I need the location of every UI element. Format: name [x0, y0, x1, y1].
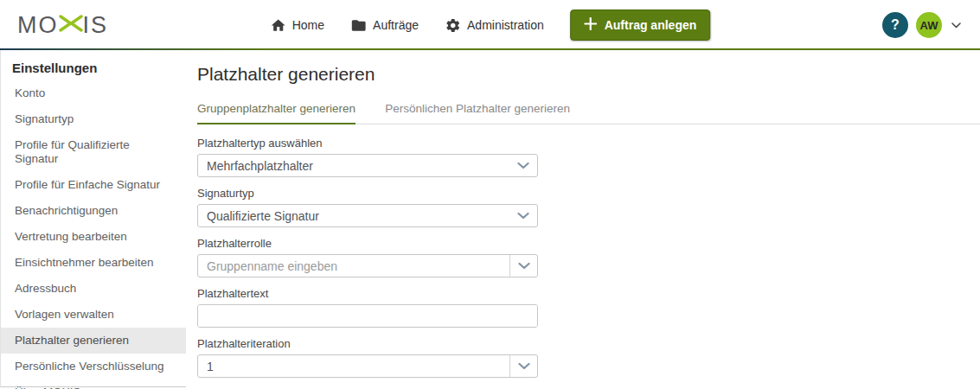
- platzhaltertyp-value: Mehrfachplatzhalter: [198, 159, 509, 173]
- folder-icon: [350, 17, 367, 34]
- settings-sidebar: Einstellungen Konto Signaturtyp Profile …: [0, 50, 186, 387]
- sidebar-item-benachrichtigungen[interactable]: Benachrichtigungen: [1, 198, 186, 224]
- chevron-down-icon[interactable]: [509, 205, 537, 226]
- sidebar-item-einsichtnehmer-bearbeiten[interactable]: Einsichtnehmer bearbeiten: [1, 250, 186, 276]
- page-title: Platzhalter generieren: [197, 64, 980, 85]
- platzhaltertyp-label: Platzhaltertyp auswählen: [197, 137, 538, 150]
- avatar-menu-chevron-icon[interactable]: [950, 21, 963, 30]
- platzhalteriteration-combobox[interactable]: 1: [197, 354, 538, 378]
- avatar[interactable]: AW: [916, 12, 942, 38]
- signaturtyp-value: Qualifizierte Signatur: [198, 209, 509, 223]
- chevron-down-icon[interactable]: [509, 155, 537, 176]
- logo-text-left: MO: [17, 12, 59, 39]
- moxis-logo[interactable]: MO IS: [17, 12, 108, 39]
- platzhalteriteration-label: Platzhalteriteration: [197, 337, 538, 350]
- main-nav: Home Aufträge Administration Auftrag anl…: [270, 10, 711, 41]
- platzhalterrolle-label: Platzhalterrolle: [197, 237, 538, 250]
- header-right-cluster: ? AW: [882, 12, 963, 38]
- auftrag-anlegen-button[interactable]: Auftrag anlegen: [570, 10, 711, 41]
- logo-text-right: IS: [83, 12, 109, 39]
- nav-home[interactable]: Home: [270, 17, 324, 34]
- chevron-down-icon[interactable]: [509, 255, 537, 277]
- platzhalterrolle-placeholder: Gruppenname eingeben: [198, 259, 509, 273]
- tab-bar: Gruppenplatzhalter generieren Persönlich…: [197, 102, 980, 124]
- auftrag-anlegen-label: Auftrag anlegen: [605, 18, 697, 32]
- sidebar-item-platzhalter-generieren[interactable]: Platzhalter generieren: [1, 328, 186, 354]
- platzhaltertext-label: Platzhaltertext: [197, 287, 538, 300]
- platzhaltertyp-select[interactable]: Mehrfachplatzhalter: [197, 154, 538, 177]
- avatar-initials: AW: [920, 19, 938, 32]
- nav-home-label: Home: [292, 18, 324, 32]
- nav-auftraege-label: Aufträge: [373, 18, 419, 32]
- gear-icon: [445, 17, 461, 34]
- nav-administration-label: Administration: [467, 18, 544, 32]
- header-gradient-divider: [0, 48, 980, 50]
- sidebar-item-adressbuch[interactable]: Adressbuch: [1, 276, 186, 302]
- sidebar-item-vorlagen-verwalten[interactable]: Vorlagen verwalten: [1, 302, 186, 328]
- sidebar-item-konto[interactable]: Konto: [1, 80, 186, 106]
- sidebar-item-profile-einfache-signatur[interactable]: Profile für Einfache Signatur: [1, 172, 186, 198]
- nav-auftraege[interactable]: Aufträge: [350, 17, 419, 34]
- platzhaltertext-input[interactable]: [198, 305, 537, 327]
- question-mark-icon: ?: [891, 17, 900, 33]
- nav-administration[interactable]: Administration: [445, 17, 544, 34]
- main-content: Platzhalter generieren Gruppenplatzhalte…: [186, 50, 980, 389]
- plus-icon: [584, 17, 597, 33]
- sidebar-item-persoenliche-verschluesselung[interactable]: Persönliche Verschlüsselung: [1, 354, 186, 379]
- chevron-down-icon[interactable]: [509, 355, 537, 377]
- sidebar-item-vertretung-bearbeiten[interactable]: Vertretung bearbeiten: [1, 224, 186, 250]
- platzhalteriteration-value: 1: [198, 360, 509, 373]
- tab-persoenlicher-platzhalter[interactable]: Persönlichen Platzhalter generieren: [385, 102, 570, 124]
- signaturtyp-label: Signaturtyp: [197, 187, 538, 200]
- signaturtyp-select[interactable]: Qualifizierte Signatur: [197, 204, 538, 227]
- sidebar-heading: Einstellungen: [1, 59, 186, 80]
- sidebar-item-profile-qualifizierte-signatur[interactable]: Profile für Qualifizierte Signatur: [1, 132, 186, 172]
- help-button[interactable]: ?: [882, 12, 908, 38]
- home-icon: [270, 17, 286, 34]
- platzhaltertext-field: [197, 304, 538, 328]
- tab-gruppenplatzhalter[interactable]: Gruppenplatzhalter generieren: [197, 102, 355, 124]
- top-bar: MO IS Home Aufträge Administration: [0, 0, 980, 50]
- logo-x-icon: [59, 12, 83, 39]
- placeholder-form: Platzhaltertyp auswählen Mehrfachplatzha…: [197, 137, 538, 378]
- sidebar-item-signaturtyp[interactable]: Signaturtyp: [1, 106, 186, 132]
- sidebar-item-ueber-moxis[interactable]: Über MOXIS: [1, 379, 186, 389]
- platzhalterrolle-combobox[interactable]: Gruppenname eingeben: [197, 254, 538, 277]
